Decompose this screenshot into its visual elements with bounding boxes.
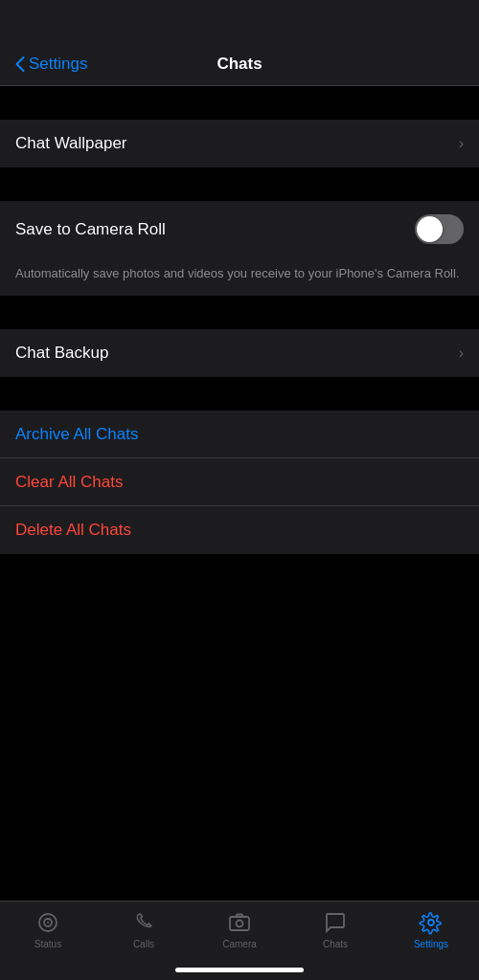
- save-camera-roll-label: Save to Camera Roll: [15, 220, 166, 239]
- section-gap-4: [0, 377, 479, 411]
- clear-all-chats-item[interactable]: Clear All Chats: [0, 458, 479, 506]
- tab-status-label: Status: [34, 939, 61, 949]
- chevron-right-icon: ›: [459, 135, 464, 152]
- home-indicator: [175, 968, 304, 972]
- svg-point-2: [47, 922, 49, 924]
- chat-wallpaper-section: Chat Wallpaper ›: [0, 120, 479, 167]
- svg-point-5: [428, 920, 434, 925]
- back-label: Settings: [29, 55, 87, 74]
- chat-wallpaper-label: Chat Wallpaper: [15, 134, 459, 153]
- section-gap-2: [0, 167, 479, 201]
- content: Chat Wallpaper › Save to Camera Roll Aut…: [0, 86, 479, 554]
- section-gap-3: [0, 296, 479, 329]
- chat-backup-item[interactable]: Chat Backup ›: [0, 329, 479, 377]
- actions-section: Archive All Chats Clear All Chats Delete…: [0, 411, 479, 554]
- back-button[interactable]: Settings: [15, 55, 87, 74]
- archive-all-chats-item[interactable]: Archive All Chats: [0, 411, 479, 458]
- tab-camera-label: Camera: [222, 939, 257, 949]
- save-camera-roll-description: Automatically save photos and videos you…: [0, 257, 479, 296]
- page-title: Chats: [217, 55, 262, 74]
- section-gap-1: [0, 86, 479, 120]
- calls-icon: [130, 909, 157, 936]
- status-icon: [34, 909, 61, 936]
- archive-all-chats-label: Archive All Chats: [15, 425, 139, 444]
- tab-chats-label: Chats: [323, 939, 348, 949]
- header: Settings Chats: [0, 0, 479, 86]
- camera-roll-section: Save to Camera Roll Automatically save p…: [0, 201, 479, 296]
- toggle-knob: [417, 216, 443, 242]
- svg-rect-3: [230, 917, 249, 930]
- chat-wallpaper-item[interactable]: Chat Wallpaper ›: [0, 120, 479, 167]
- svg-point-4: [237, 921, 243, 927]
- tab-calls-label: Calls: [133, 939, 154, 949]
- clear-all-chats-label: Clear All Chats: [15, 473, 123, 492]
- chevron-left-icon: [15, 56, 25, 72]
- save-camera-roll-toggle[interactable]: [415, 214, 464, 244]
- camera-icon: [226, 909, 253, 936]
- chat-backup-label: Chat Backup: [15, 344, 459, 363]
- tab-camera[interactable]: Camera: [192, 909, 287, 949]
- tab-calls[interactable]: Calls: [96, 909, 192, 949]
- save-camera-roll-item: Save to Camera Roll: [0, 201, 479, 257]
- tab-status[interactable]: Status: [0, 909, 96, 949]
- tab-settings[interactable]: Settings: [383, 909, 479, 949]
- chevron-right-icon-2: ›: [459, 345, 464, 362]
- chats-icon: [322, 909, 349, 936]
- tab-chats[interactable]: Chats: [287, 909, 383, 949]
- delete-all-chats-item[interactable]: Delete All Chats: [0, 506, 479, 554]
- settings-icon: [418, 909, 445, 936]
- delete-all-chats-label: Delete All Chats: [15, 521, 131, 540]
- chat-backup-section: Chat Backup ›: [0, 329, 479, 377]
- tab-settings-label: Settings: [414, 939, 448, 949]
